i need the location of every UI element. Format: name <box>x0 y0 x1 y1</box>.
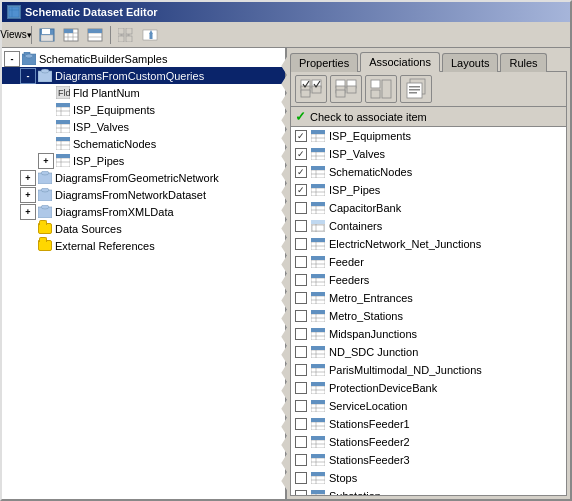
tree-item-fld[interactable]: Fld Fld PlantNum <box>2 84 285 101</box>
right-panel: Properties Associations Layouts Rules <box>287 48 570 499</box>
toolbar-btn-2[interactable] <box>60 25 82 45</box>
export-icon <box>142 28 158 42</box>
checkbox-stops[interactable] <box>295 472 307 484</box>
svg-rect-129 <box>316 256 325 260</box>
check-all-button[interactable] <box>295 75 327 103</box>
assoc-item-isp-equip[interactable]: ISP_Equipments <box>291 127 566 145</box>
assoc-item-stations-feeder2[interactable]: StationsFeeder2 <box>291 433 566 451</box>
checkbox-isp-equip[interactable] <box>295 130 307 142</box>
tree-item-external[interactable]: External References <box>2 237 285 254</box>
checkbox-electric-net[interactable] <box>295 238 307 250</box>
tab-properties[interactable]: Properties <box>290 53 358 72</box>
uncheck-all-button[interactable] <box>330 75 362 103</box>
save-button[interactable] <box>36 25 58 45</box>
checkbox-isp-valves[interactable] <box>295 148 307 160</box>
assoc-item-stops[interactable]: Stops <box>291 469 566 487</box>
custom-icon <box>37 68 53 84</box>
checkbox-feeder[interactable] <box>295 256 307 268</box>
checkbox-stations-feeder3[interactable] <box>295 454 307 466</box>
expand-geometric[interactable]: + <box>20 170 36 186</box>
copy-button[interactable] <box>400 75 432 103</box>
assoc-label-stops: Stops <box>329 472 357 484</box>
assoc-label-substation: Substation <box>329 490 381 495</box>
assoc-item-electric-net[interactable]: ElectricNetwork_Net_Junctions <box>291 235 566 253</box>
check-all-row: ✓ Check to associate item <box>291 107 566 127</box>
tree-item-custom[interactable]: - DiagramsFromCustomQueries <box>2 67 285 84</box>
checkbox-metro-entrances[interactable] <box>295 292 307 304</box>
expand-network[interactable]: + <box>20 187 36 203</box>
assoc-item-service-location[interactable]: ServiceLocation <box>291 397 566 415</box>
window-icon <box>7 5 21 19</box>
checkbox-stations-feeder1[interactable] <box>295 418 307 430</box>
checkbox-capacitor-bank[interactable] <box>295 202 307 214</box>
assoc-item-capacitor-bank[interactable]: CapacitorBank <box>291 199 566 217</box>
checkbox-protection[interactable] <box>295 382 307 394</box>
associations-list: ISP_Equipments <box>291 127 566 495</box>
assoc-item-paris[interactable]: ParisMultimodal_ND_Junctions <box>291 361 566 379</box>
tab-layouts[interactable]: Layouts <box>442 53 499 72</box>
expand-pipes[interactable]: + <box>38 153 54 169</box>
stations-feeder2-icon <box>310 435 326 449</box>
checkbox-paris[interactable] <box>295 364 307 376</box>
tab-associations[interactable]: Associations <box>360 52 440 72</box>
checkbox-metro-stations[interactable] <box>295 310 307 322</box>
svg-rect-17 <box>118 28 124 34</box>
assoc-item-protection[interactable]: ProtectionDeviceBank <box>291 379 566 397</box>
tree-item-nodes-label: SchematicNodes <box>73 138 156 150</box>
tree-item-pipes[interactable]: + ISP_Pipes <box>2 152 285 169</box>
tree-item-network-label: DiagramsFromNetworkDataset <box>55 189 206 201</box>
tree-item-datasources[interactable]: Data Sources <box>2 220 285 237</box>
assoc-item-metro-stations[interactable]: Metro_Stations <box>291 307 566 325</box>
tree-item-equip[interactable]: ISP_Equipments <box>2 101 285 118</box>
expand-xml[interactable]: + <box>20 204 36 220</box>
checkbox-containers[interactable] <box>295 220 307 232</box>
collapse-root[interactable]: - <box>4 51 20 67</box>
assoc-item-stations-feeder3[interactable]: StationsFeeder3 <box>291 451 566 469</box>
tree-item-nodes[interactable]: SchematicNodes <box>2 135 285 152</box>
svg-rect-128 <box>311 256 316 260</box>
svg-point-31 <box>41 69 49 73</box>
assoc-item-stations-feeder1[interactable]: StationsFeeder1 <box>291 415 566 433</box>
assoc-item-metro-entrances[interactable]: Metro_Entrances <box>291 289 566 307</box>
list-icon <box>87 28 103 42</box>
assoc-item-midspan[interactable]: MidspanJunctions <box>291 325 566 343</box>
svg-rect-39 <box>61 103 70 107</box>
assoc-label-stations-feeder3: StationsFeeder3 <box>329 454 410 466</box>
checkbox-service-location[interactable] <box>295 400 307 412</box>
assoc-item-schematic-nodes[interactable]: SchematicNodes <box>291 163 566 181</box>
checkbox-feeders[interactable] <box>295 274 307 286</box>
tree-item-root[interactable]: - SchematicBuilderSamples <box>2 50 285 67</box>
assoc-label-containers: Containers <box>329 220 382 232</box>
assoc-label-protection: ProtectionDeviceBank <box>329 382 437 394</box>
midspan-icon <box>310 327 326 341</box>
assoc-label-isp-pipes: ISP_Pipes <box>329 184 380 196</box>
expand-button[interactable] <box>365 75 397 103</box>
assoc-item-feeder[interactable]: Feeder <box>291 253 566 271</box>
assoc-item-containers[interactable]: Containers <box>291 217 566 235</box>
checkbox-substation[interactable] <box>295 490 307 495</box>
tab-rules[interactable]: Rules <box>500 53 546 72</box>
tree-item-xml[interactable]: + DiagramsFromXMLData <box>2 203 285 220</box>
toolbar-btn-3[interactable] <box>84 25 106 45</box>
toolbar-btn-5[interactable] <box>139 25 161 45</box>
svg-rect-16 <box>88 29 102 33</box>
tree-item-valves[interactable]: ISP_Valves <box>2 118 285 135</box>
assoc-item-substation[interactable]: Substation <box>291 487 566 495</box>
collapse-custom[interactable]: - <box>20 68 36 84</box>
checkbox-nd-sdc[interactable] <box>295 346 307 358</box>
toolbar-btn-4[interactable] <box>115 25 137 45</box>
checkbox-midspan[interactable] <box>295 328 307 340</box>
assoc-item-isp-pipes[interactable]: ISP_Pipes <box>291 181 566 199</box>
views-dropdown[interactable]: Views ▾ <box>5 25 27 45</box>
svg-rect-176 <box>311 400 316 404</box>
assoc-item-isp-valves[interactable]: ISP_Valves <box>291 145 566 163</box>
assoc-item-nd-sdc[interactable]: ND_SDC Junction <box>291 343 566 361</box>
checkbox-schematic-nodes[interactable] <box>295 166 307 178</box>
tree-item-network[interactable]: + DiagramsFromNetworkDataset <box>2 186 285 203</box>
tree-panel: - SchematicBuilderSamples - <box>2 48 287 499</box>
feeders-icon <box>310 273 326 287</box>
checkbox-stations-feeder2[interactable] <box>295 436 307 448</box>
assoc-item-feeders[interactable]: Feeders <box>291 271 566 289</box>
tree-item-geometric[interactable]: + DiagramsFromGeometricNetwork <box>2 169 285 186</box>
checkbox-isp-pipes[interactable] <box>295 184 307 196</box>
